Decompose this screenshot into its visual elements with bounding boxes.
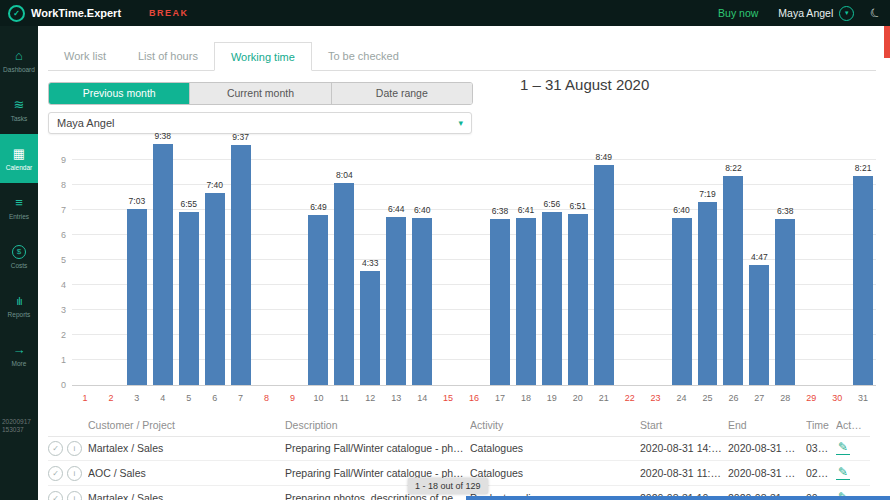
sidebar-item-label: Entries [9,213,29,220]
y-axis-tick: 0 [50,380,66,390]
x-axis-tick: 19 [539,393,565,403]
start-cell: 2020-08-31 14:11 [640,442,728,454]
bar-day-4[interactable] [153,144,173,385]
y-axis-tick: 3 [50,305,66,315]
row-status-icons: ✓i [48,441,88,456]
bar-day-14[interactable] [412,218,432,385]
chart-day-slot: 9 [280,160,306,385]
chart-day-slot: 9:384 [150,160,176,385]
bar-day-11[interactable] [334,183,354,385]
bar-day-5[interactable] [179,212,199,385]
y-axis-tick: 2 [50,330,66,340]
x-axis-tick: 18 [513,393,539,403]
chart-day-slot: 9:377 [228,160,254,385]
bar-value-label: 6:40 [673,205,690,215]
x-axis-tick: 1 [72,393,98,403]
customer-project-cell: Martalex / Sales [88,492,285,500]
bar-day-27[interactable] [749,265,769,385]
bar-day-13[interactable] [386,217,406,385]
bar-day-18[interactable] [516,218,536,385]
chart-day-slot: 22 [617,160,643,385]
sidebar-item-costs[interactable]: $Costs [0,232,38,281]
x-axis-tick: 26 [720,393,746,403]
sidebar-item-calendar[interactable]: ▦Calendar [0,134,38,183]
sidebar-item-dashboard[interactable]: ⌂Dashboard [0,36,38,85]
vertical-scrollbar-thumb[interactable] [884,26,890,58]
bar-day-31[interactable] [853,176,873,385]
app-logo-icon: ✓ [8,5,25,22]
y-axis-tick: 8 [50,180,66,190]
tab-to-be-checked[interactable]: To be checked [312,42,415,70]
working-time-chart: 0123456789127:0339:3846:5557:4069:377896… [48,120,880,416]
column-header-start: Start [640,419,728,431]
bar-day-26[interactable] [723,176,743,385]
x-axis-tick: 25 [695,393,721,403]
bar-day-6[interactable] [205,193,225,385]
bar-day-24[interactable] [672,218,692,385]
bar-value-label: 6:55 [180,199,197,209]
chart-day-slot: 23 [643,160,669,385]
bar-day-19[interactable] [542,212,562,385]
check-circle-icon[interactable]: ✓ [48,491,63,500]
bar-day-20[interactable] [568,214,588,385]
y-axis-tick: 9 [50,155,66,165]
sidebar-item-more[interactable]: →More [0,330,38,379]
chart-day-slot: 8:4921 [591,160,617,385]
chart-day-slot: 8 [254,160,280,385]
info-circle-icon[interactable]: i [67,466,82,481]
chart-day-slot: 6:4014 [409,160,435,385]
chevron-down-icon[interactable]: ▾ [839,6,854,21]
bar-value-label: 6:40 [414,205,431,215]
chart-day-slot: 6:5120 [565,160,591,385]
bar-day-3[interactable] [127,209,147,385]
date-range-button[interactable]: Date range [332,83,472,104]
x-axis-tick: 2 [98,393,124,403]
entries-icon: ≡ [15,196,23,210]
sidebar-nav: ⌂Dashboard≋Tasks▦Calendar≡Entries$Costsı… [0,36,38,379]
check-circle-icon[interactable]: ✓ [48,466,63,481]
info-circle-icon[interactable]: i [67,491,82,500]
bar-day-17[interactable] [490,219,510,385]
bar-day-25[interactable] [698,202,718,385]
x-axis-tick: 22 [617,393,643,403]
tab-list-of-hours[interactable]: List of hours [122,42,214,70]
info-circle-icon[interactable]: i [67,441,82,456]
edit-pencil-icon[interactable]: ✎ [836,441,850,455]
previous-month-button[interactable]: Previous month [49,83,190,104]
row-status-icons: ✓i [48,491,88,500]
tab-work-list[interactable]: Work list [48,42,122,70]
chart-day-slot: 6:4413 [383,160,409,385]
bar-value-label: 8:49 [595,152,612,162]
tab-bar: Work listList of hoursWorking timeTo be … [48,42,876,71]
check-circle-icon[interactable]: ✓ [48,441,63,456]
chart-day-slot: 4:4727 [746,160,772,385]
end-cell: 2020-08-31 17:21 [728,442,806,454]
tab-working-time[interactable]: Working time [214,42,312,71]
x-axis-tick: 31 [850,393,876,403]
pagination-badge: 1 - 18 out of 129 [408,478,488,494]
topbar: ✓ WorkTime.Expert BREAK Buy now Maya Ang… [0,0,890,26]
chart-day-slot: 8:2131 [850,160,876,385]
sidebar-item-entries[interactable]: ≡Entries [0,183,38,232]
user-menu[interactable]: Maya Angel [778,7,833,19]
bar-day-21[interactable] [594,165,614,385]
bar-day-10[interactable] [308,215,328,385]
sidebar-item-tasks[interactable]: ≋Tasks [0,85,38,134]
chart-day-slot: 6:3828 [772,160,798,385]
watermark-line: 20200917 [2,418,31,426]
watermark-line: 153037 [2,426,31,434]
current-month-button[interactable]: Current month [190,83,331,104]
main-content: Work listList of hoursWorking timeTo be … [38,26,890,500]
moon-icon[interactable]: ☾ [868,4,884,21]
sidebar-item-label: Calendar [6,164,32,171]
horizontal-scrollbar-thumb[interactable] [466,496,890,500]
buy-now-link[interactable]: Buy now [718,7,758,19]
x-axis-tick: 10 [305,393,331,403]
bar-day-28[interactable] [775,219,795,385]
x-axis-tick: 7 [228,393,254,403]
start-cell: 2020-08-31 11:30 [640,467,728,479]
edit-pencil-icon[interactable]: ✎ [836,466,850,480]
sidebar-item-reports[interactable]: ılıReports [0,281,38,330]
bar-day-7[interactable] [231,145,251,385]
bar-day-12[interactable] [360,271,380,385]
